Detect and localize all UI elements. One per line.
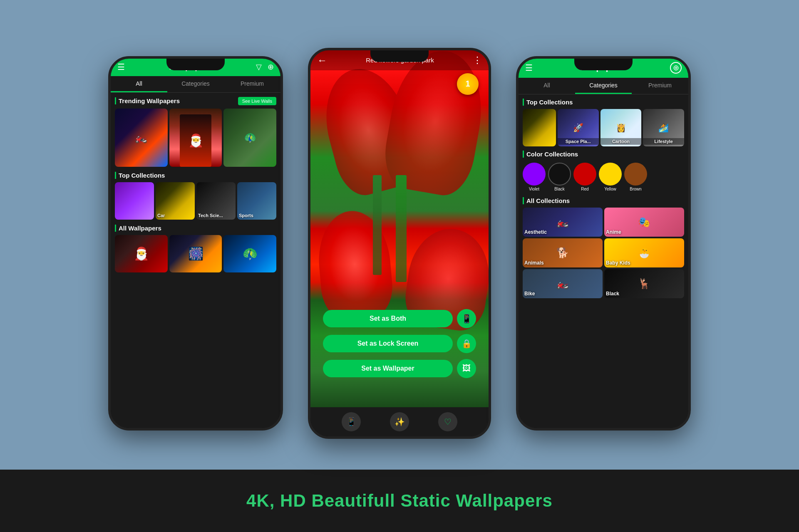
- trending-section-header: Trending Wallpapers See Live Walls: [115, 97, 276, 105]
- spaceplane-label: Space Pla...: [558, 138, 599, 145]
- phone2-bottom-bar: 📱 ✨ ♡: [310, 407, 489, 436]
- tc-cartoon[interactable]: 👸 Cartoon: [600, 109, 642, 146]
- phone1-content: Trending Wallpapers See Live Walls 🏍️ 🎅 …: [111, 93, 280, 428]
- collection-purple[interactable]: [115, 182, 154, 220]
- color-brown-container: Brown: [624, 163, 647, 191]
- set-as-wallpaper-button[interactable]: Set as Wallpaper: [323, 360, 453, 377]
- color-label-brown: Brown: [630, 187, 641, 191]
- collection-aesthetic[interactable]: 🏍️ Aesthetic: [523, 208, 603, 237]
- filter-icon[interactable]: ▽: [256, 62, 262, 72]
- color-label-yellow: Yellow: [604, 187, 616, 191]
- tab-all-1[interactable]: All: [111, 76, 167, 92]
- trending-grid: 🏍️ 🎅 🦚: [115, 109, 276, 167]
- all-collections-title: All Collections: [523, 197, 570, 204]
- top-collections-header-3: Top Collections: [523, 99, 684, 106]
- trending-title: Trending Wallpapers: [115, 97, 180, 104]
- tulip-bg: ← Red flowers garden park ⋮ 1 Set as Bot…: [310, 50, 489, 407]
- color-label-red: Red: [581, 187, 588, 191]
- color-circles-row: Violet Black Red Yellow Brown: [523, 161, 684, 193]
- color-red-container: Red: [573, 163, 596, 191]
- phone-notch-1: [166, 59, 225, 70]
- tab-all-3[interactable]: All: [519, 78, 575, 94]
- collection-sports[interactable]: Sports: [237, 182, 276, 220]
- color-collections-title: Color Collections: [523, 151, 578, 158]
- lock-icon-btn[interactable]: 🔒: [457, 334, 476, 353]
- phones-container: ☰ Wallpapers ▽ ⊕ All Categories Premium …: [108, 0, 691, 470]
- all-collections-grid: 🏍️ Aesthetic 🎭 Anime 🐕 Animals 🐣 Baby Ki…: [523, 208, 684, 298]
- all-collections-header: All Collections: [523, 197, 684, 204]
- phone-1: ☰ Wallpapers ▽ ⊕ All Categories Premium …: [108, 56, 283, 431]
- color-circle-violet[interactable]: [523, 163, 546, 186]
- color-black-container: Black: [548, 163, 571, 191]
- coin-badge: 1: [457, 73, 479, 95]
- phone-3: ☰ Wallpapers ⊕ All Categories Premium To…: [516, 56, 691, 431]
- set-as-lock-row: Set as Lock Screen 🔒: [323, 334, 476, 353]
- heart-bottom-icon[interactable]: ♡: [438, 412, 457, 431]
- hamburger-icon[interactable]: ☰: [117, 62, 125, 72]
- phone-icon-btn[interactable]: 📱: [457, 309, 476, 328]
- collection-car[interactable]: Car: [156, 182, 195, 220]
- trending-img-motorcycle[interactable]: 🏍️: [115, 109, 168, 167]
- tc-car[interactable]: [523, 109, 556, 146]
- bottom-bar: 4K, HD Beautifull Static Wallpapers: [0, 470, 799, 532]
- see-live-button[interactable]: See Live Walls: [238, 97, 276, 105]
- phone3-content: Top Collections 🚀 Space Pla... 👸 Cartoon…: [519, 94, 688, 428]
- back-arrow-icon[interactable]: ←: [317, 54, 327, 66]
- black-label: Black: [606, 291, 619, 297]
- color-violet-container: Violet: [523, 163, 546, 191]
- collection-black[interactable]: 🦌 Black: [604, 269, 684, 298]
- all-wallpapers-header: All Wallpapers: [115, 225, 276, 232]
- tab-categories-3[interactable]: Categories: [575, 78, 632, 94]
- all-wallpapers-title: All Wallpapers: [115, 225, 161, 232]
- color-collections-header: Color Collections: [523, 151, 684, 158]
- collection-tech[interactable]: Tech Scie...: [196, 182, 236, 220]
- phone-notch-3: [574, 59, 633, 70]
- color-circle-red[interactable]: [573, 163, 596, 186]
- tc-lifestyle[interactable]: 🏄 Lifestyle: [643, 109, 684, 146]
- set-as-lock-button[interactable]: Set as Lock Screen: [323, 335, 453, 352]
- bottom-tagline: 4K, HD Beautifull Static Wallpapers: [246, 491, 553, 511]
- tab-premium-1[interactable]: Premium: [224, 76, 280, 92]
- set-as-both-row: Set as Both 📱: [323, 309, 476, 328]
- phone-notch-2: [370, 50, 429, 62]
- tc-spaceplane[interactable]: 🚀 Space Pla...: [558, 109, 599, 146]
- tab-premium-3[interactable]: Premium: [632, 78, 688, 94]
- aesthetic-label: Aesthetic: [524, 229, 547, 235]
- tech-label: Tech Scie...: [198, 213, 223, 218]
- top-collections-row-3: 🚀 Space Pla... 👸 Cartoon 🏄 Lifestyle: [523, 109, 684, 146]
- color-circle-yellow[interactable]: [599, 163, 622, 186]
- action-buttons: Set as Both 📱 Set as Lock Screen 🔒 Set a…: [310, 309, 489, 378]
- car-label: Car: [157, 213, 165, 218]
- collection-babykids[interactable]: 🐣 Baby Kids: [604, 238, 684, 267]
- wallpaper-bottom-icon[interactable]: 📱: [342, 412, 361, 431]
- wand-bottom-icon[interactable]: ✨: [390, 412, 409, 431]
- hamburger-icon-3[interactable]: ☰: [525, 63, 533, 73]
- more-icon[interactable]: ⋮: [473, 55, 482, 66]
- all-wallpapers-grid: 🎅 🎆 🦚: [115, 235, 276, 272]
- color-yellow-container: Yellow: [599, 163, 622, 191]
- search-icon-3[interactable]: ⊕: [670, 62, 682, 74]
- top-collections-title-1: Top Collections: [115, 172, 165, 179]
- phone2-bg: ← Red flowers garden park ⋮ 1 Set as Bot…: [310, 50, 489, 407]
- collection-bike[interactable]: 🏍️ Bike: [523, 269, 603, 298]
- wallpaper-santa[interactable]: 🎅: [115, 235, 168, 272]
- search-icon[interactable]: ⊕: [268, 62, 274, 72]
- collection-animals[interactable]: 🐕 Animals: [523, 238, 603, 267]
- collection-anime[interactable]: 🎭 Anime: [604, 208, 684, 237]
- trending-img-peacock[interactable]: 🦚: [223, 109, 276, 167]
- image-icon-btn[interactable]: 🖼: [457, 359, 476, 378]
- tab-categories-1[interactable]: Categories: [167, 76, 224, 92]
- phone3-tabs: All Categories Premium: [519, 78, 688, 94]
- color-circle-brown[interactable]: [624, 163, 647, 186]
- color-label-black: Black: [554, 187, 564, 191]
- color-circle-black[interactable]: [548, 163, 571, 186]
- wallpaper-blue-peacock[interactable]: 🦚: [223, 235, 276, 272]
- trending-img-girl[interactable]: 🎅: [169, 109, 222, 167]
- bike-label: Bike: [524, 291, 535, 297]
- lifestyle-label: Lifestyle: [643, 138, 684, 145]
- phone1-tabs: All Categories Premium: [111, 76, 280, 93]
- animals-label: Animals: [524, 260, 544, 266]
- set-as-wallpaper-row: Set as Wallpaper 🖼: [323, 359, 476, 378]
- wallpaper-lights[interactable]: 🎆: [169, 235, 222, 272]
- set-as-both-button[interactable]: Set as Both: [323, 310, 453, 327]
